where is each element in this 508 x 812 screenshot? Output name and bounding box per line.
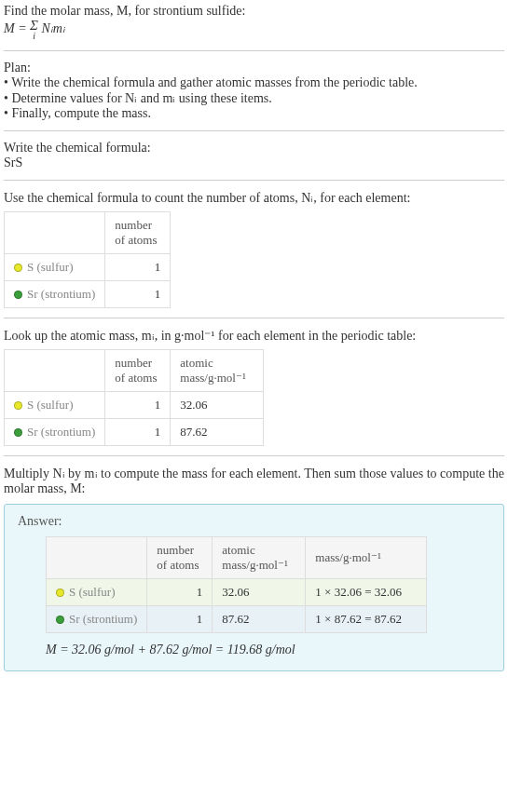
intro-M-equals: M = [4, 21, 30, 35]
element-sulfur: S (sulfur) [5, 253, 105, 280]
sulfur-icon [14, 401, 22, 410]
col-mass: mass/g·mol⁻¹ [306, 536, 427, 578]
divider [4, 50, 504, 51]
col-atomic-mass: atomic mass/g·mol⁻¹ [213, 536, 306, 578]
atoms-value: 1 [105, 418, 171, 445]
count-section: Use the chemical formula to count the nu… [4, 190, 504, 308]
multiply-heading: Multiply Nᵢ by mᵢ to compute the mass fo… [4, 466, 504, 496]
intro-section: Find the molar mass, M, for strontium su… [4, 4, 504, 41]
divider [4, 130, 504, 131]
count-heading: Use the chemical formula to count the nu… [4, 190, 504, 206]
atomic-mass-value: 87.62 [213, 605, 306, 632]
strontium-icon [56, 616, 64, 624]
col-number-of-atoms: number of atoms [105, 211, 171, 253]
plan-item2: • Determine values for Nᵢ and mᵢ using t… [4, 90, 504, 106]
table-row: Sr (strontium) 1 [5, 280, 171, 307]
element-name: S (sulfur) [27, 398, 73, 412]
sigma-sum: Σi [30, 19, 38, 41]
element-name: S (sulfur) [69, 585, 115, 599]
mass-calc-value: 1 × 87.62 = 87.62 [306, 605, 427, 632]
col-atomic-mass: atomic mass/g·mol⁻¹ [171, 349, 264, 391]
table-row: Sr (strontium) 1 87.62 [5, 418, 264, 445]
table-row: Sr (strontium) 1 87.62 1 × 87.62 = 87.62 [47, 605, 427, 632]
sulfur-icon [56, 589, 64, 597]
multiply-section: Multiply Nᵢ by mᵢ to compute the mass fo… [4, 466, 504, 496]
mass-value: 87.62 [171, 418, 264, 445]
mass-value: 32.06 [171, 391, 264, 418]
answer-table: number of atoms atomic mass/g·mol⁻¹ mass… [46, 536, 427, 633]
plan-section: Plan: • Write the chemical formula and g… [4, 61, 504, 121]
table-header-row: number of atoms atomic mass/g·mol⁻¹ mass… [47, 536, 427, 578]
table-row: S (sulfur) 1 32.06 [5, 391, 264, 418]
lookup-table: number of atoms atomic mass/g·mol⁻¹ S (s… [4, 349, 264, 446]
intro-Nimi: Nᵢmᵢ [38, 21, 65, 35]
count-table: number of atoms S (sulfur) 1 Sr (stronti… [4, 211, 171, 308]
intro-formula: M = Σi Nᵢmᵢ [4, 19, 504, 41]
lookup-heading: Look up the atomic mass, mᵢ, in g·mol⁻¹ … [4, 328, 504, 344]
element-strontium: Sr (strontium) [5, 418, 105, 445]
atomic-mass-value: 32.06 [213, 578, 306, 605]
answer-label: Answer: [18, 514, 490, 529]
table-row: S (sulfur) 1 32.06 1 × 32.06 = 32.06 [47, 578, 427, 605]
atoms-value: 1 [147, 578, 213, 605]
atoms-value: 1 [105, 280, 171, 307]
empty-header [5, 211, 105, 253]
divider [4, 318, 504, 318]
strontium-icon [14, 291, 22, 299]
lookup-section: Look up the atomic mass, mᵢ, in g·mol⁻¹ … [4, 328, 504, 446]
plan-item3: • Finally, compute the mass. [4, 106, 504, 121]
sigma-symbol: Σ [30, 19, 38, 32]
mass-calc-value: 1 × 32.06 = 32.06 [306, 578, 427, 605]
col-number-of-atoms: number of atoms [105, 349, 171, 391]
atoms-value: 1 [147, 605, 213, 632]
element-strontium: Sr (strontium) [5, 280, 105, 307]
atoms-value: 1 [105, 253, 171, 280]
element-sulfur: S (sulfur) [5, 391, 105, 418]
table-row: S (sulfur) 1 [5, 253, 171, 280]
element-sulfur: S (sulfur) [47, 578, 147, 605]
atoms-value: 1 [105, 391, 171, 418]
answer-formula: M = 32.06 g/mol + 87.62 g/mol = 119.68 g… [46, 643, 490, 657]
sulfur-icon [14, 264, 22, 272]
element-name: Sr (strontium) [69, 612, 137, 626]
element-name: Sr (strontium) [27, 287, 95, 301]
divider [4, 180, 504, 181]
intro-line1: Find the molar mass, M, for strontium su… [4, 4, 504, 19]
plan-item1: • Write the chemical formula and gather … [4, 75, 504, 90]
element-name: S (sulfur) [27, 260, 73, 274]
chemical-formula-heading: Write the chemical formula: [4, 141, 504, 156]
divider [4, 455, 504, 456]
chemical-formula-value: SrS [4, 156, 504, 170]
table-header-row: number of atoms atomic mass/g·mol⁻¹ [5, 349, 264, 391]
element-strontium: Sr (strontium) [47, 605, 147, 632]
empty-header [47, 536, 147, 578]
sigma-index: i [30, 32, 38, 41]
table-header-row: number of atoms [5, 211, 171, 253]
strontium-icon [14, 428, 22, 437]
col-number-of-atoms: number of atoms [147, 536, 213, 578]
element-name: Sr (strontium) [27, 425, 95, 439]
plan-heading: Plan: [4, 61, 504, 75]
empty-header [5, 349, 105, 391]
chemical-formula-section: Write the chemical formula: SrS [4, 141, 504, 170]
answer-box: Answer: number of atoms atomic mass/g·mo… [4, 504, 504, 671]
